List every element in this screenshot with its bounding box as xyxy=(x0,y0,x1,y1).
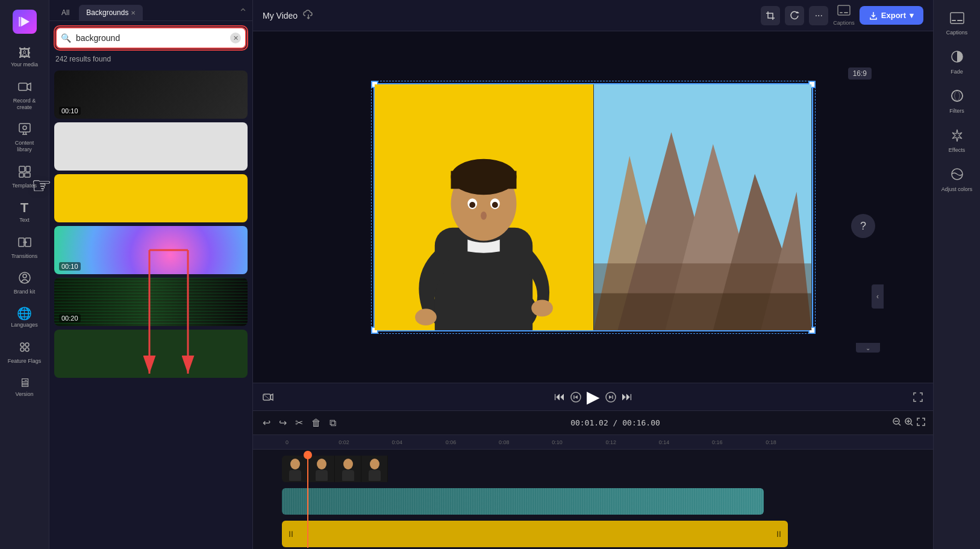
search-clear-button[interactable]: ✕ xyxy=(230,33,241,43)
svg-marker-1 xyxy=(21,17,30,27)
panel-collapse-btn[interactable]: ⌃ xyxy=(239,6,248,19)
skip-back-button[interactable]: ⏮ xyxy=(554,391,565,403)
background-item-dark[interactable]: 00:10 xyxy=(54,71,248,119)
delete-button[interactable]: 🗑 xyxy=(309,415,323,431)
more-options-button[interactable]: ··· xyxy=(809,6,828,25)
project-title: My Video xyxy=(263,8,314,22)
redo-button[interactable]: ↪ xyxy=(276,415,289,431)
fit-view-button[interactable] xyxy=(916,417,926,429)
current-time: 00:01.02 xyxy=(570,418,608,427)
ruler-mark-12: 0:12 xyxy=(606,439,617,445)
search-input[interactable] xyxy=(55,27,246,49)
skip-forward-button[interactable]: ⏭ xyxy=(622,391,632,403)
export-arrow-icon: ▾ xyxy=(910,11,914,20)
fade-label: Fade xyxy=(950,69,963,75)
sidebar-item-languages[interactable]: 🌐 Languages xyxy=(0,301,49,334)
svg-rect-27 xyxy=(451,171,516,189)
sidebar-item-templates[interactable]: Templates xyxy=(0,159,49,195)
svg-point-63 xyxy=(370,459,379,469)
camera-overlay-button[interactable] xyxy=(263,392,273,403)
templates-icon xyxy=(18,165,31,180)
svg-rect-5 xyxy=(19,124,30,132)
svg-rect-8 xyxy=(26,166,30,172)
export-button[interactable]: Export ▾ xyxy=(860,6,923,25)
playhead-handle[interactable] xyxy=(304,451,312,459)
sidebar-item-brand[interactable]: Brand kit xyxy=(0,265,49,301)
adjust-colors-label: Adjust colors xyxy=(941,186,973,192)
rotate-button[interactable] xyxy=(785,6,804,25)
collapse-right-button[interactable]: ‹ xyxy=(872,284,884,309)
languages-icon: 🌐 xyxy=(17,307,32,319)
captions-label: Captions xyxy=(946,30,968,36)
svg-rect-20 xyxy=(838,5,850,15)
playhead[interactable] xyxy=(307,453,308,548)
sidebar-item-transitions[interactable]: Transitions xyxy=(0,230,49,266)
fade-icon xyxy=(950,50,964,66)
background-clip[interactable]: ⏸ ⏸ xyxy=(282,521,788,547)
sidebar-item-text[interactable]: T Text xyxy=(0,195,49,230)
tab-backgrounds[interactable]: Backgrounds ✕ xyxy=(79,5,143,20)
help-button[interactable]: ? xyxy=(851,214,875,238)
brand-icon xyxy=(18,271,31,286)
filters-label: Filters xyxy=(949,108,964,114)
cut-button[interactable]: ✂ xyxy=(293,415,305,431)
preview-content xyxy=(375,84,812,330)
right-sidebar-item-captions[interactable]: Captions xyxy=(934,5,980,43)
svg-rect-9 xyxy=(19,173,23,177)
play-button[interactable]: ▶ xyxy=(587,387,600,407)
right-sidebar-item-fade[interactable]: Fade xyxy=(934,43,980,82)
fullscreen-button[interactable] xyxy=(913,392,923,403)
top-bar-tools: ··· Captions Export ▾ xyxy=(761,5,923,26)
audio-waveform xyxy=(282,488,764,515)
copy-button[interactable]: ⧉ xyxy=(327,415,339,431)
background-item-glitch[interactable]: 00:20 xyxy=(54,278,248,326)
svg-line-52 xyxy=(899,424,900,425)
sidebar-item-content-library[interactable]: Contentlibrary xyxy=(0,116,49,159)
item-duration: 00:20 xyxy=(59,314,81,322)
total-time: 00:16.00 xyxy=(622,418,660,427)
svg-point-70 xyxy=(952,90,963,101)
right-sidebar-item-adjust-colors[interactable]: Adjust colors xyxy=(934,160,980,199)
track-row-audio xyxy=(253,486,933,517)
rewind-button[interactable] xyxy=(570,391,582,403)
export-label: Export xyxy=(881,11,906,20)
zoom-out-button[interactable] xyxy=(892,417,902,429)
video-clip[interactable] xyxy=(282,456,390,482)
thumb-frames xyxy=(282,456,388,482)
zoom-in-button[interactable] xyxy=(904,417,914,429)
background-item-gradient[interactable]: 00:10 xyxy=(54,226,248,274)
right-sidebar-item-effects[interactable]: Effects xyxy=(934,121,980,160)
filters-icon xyxy=(950,89,964,105)
svg-rect-22 xyxy=(844,12,848,13)
captions-icon xyxy=(950,12,964,27)
time-separator: / xyxy=(613,418,623,427)
audio-clip[interactable] xyxy=(282,488,764,515)
tab-close-button[interactable]: ✕ xyxy=(131,10,136,16)
sidebar-item-feature-flags[interactable]: Feature Flags xyxy=(0,334,49,371)
forward-button[interactable] xyxy=(605,391,617,403)
timeline-tracks[interactable]: ⏸ ⏸ xyxy=(253,450,933,549)
collapse-bottom-button[interactable]: ⌄ xyxy=(856,343,880,353)
background-item-light[interactable] xyxy=(54,122,248,171)
effects-icon xyxy=(950,128,964,145)
background-item-green[interactable] xyxy=(54,330,248,378)
feature-flags-icon xyxy=(18,340,31,356)
sidebar-item-version[interactable]: 🖥 Version xyxy=(0,371,49,404)
ruler-mark-0: 0 xyxy=(286,439,289,445)
background-item-yellow[interactable] xyxy=(54,174,248,222)
svg-point-6 xyxy=(23,126,27,130)
search-wrapper: 🔍 ✕ xyxy=(55,27,246,49)
undo-button[interactable]: ↩ xyxy=(260,415,273,431)
svg-point-31 xyxy=(492,202,498,208)
results-count: 242 results found xyxy=(49,55,252,68)
sidebar-item-your-media[interactable]: 🖼 Your media xyxy=(0,41,49,74)
right-sidebar-item-filters[interactable]: Filters xyxy=(934,82,980,121)
playback-right xyxy=(913,392,923,403)
tab-all[interactable]: All xyxy=(54,5,76,20)
sidebar-item-label-feature-flags: Feature Flags xyxy=(8,358,42,365)
ruler-mark-02: 0:02 xyxy=(339,439,349,445)
crop-button[interactable] xyxy=(761,6,780,25)
zoom-controls xyxy=(892,417,926,429)
sidebar-item-record-create[interactable]: Record &create xyxy=(0,74,49,117)
sidebar-item-label-transitions: Transitions xyxy=(11,253,38,260)
